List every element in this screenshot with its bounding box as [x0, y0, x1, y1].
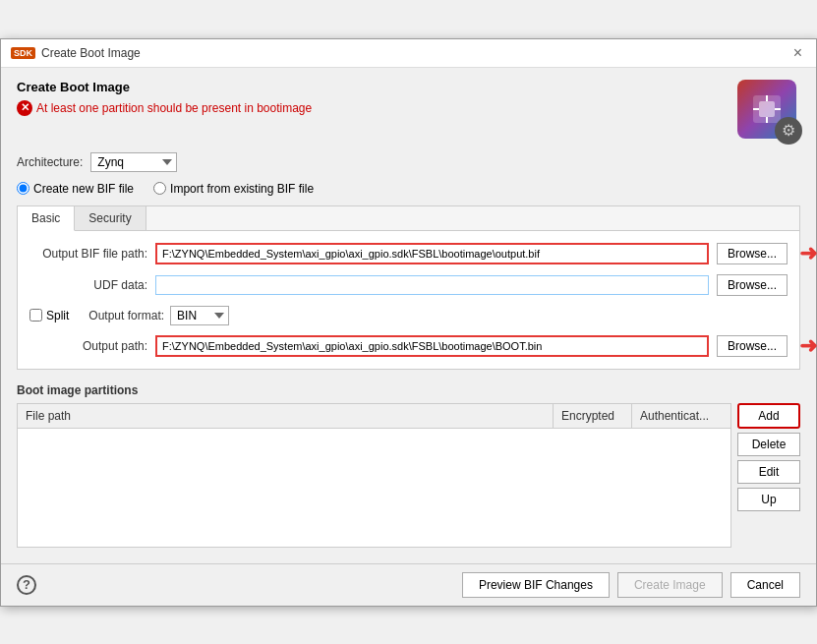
create-boot-image-dialog: SDK Create Boot Image × Create Boot Imag… — [0, 38, 817, 607]
arch-row: Architecture: Zynq ZynqMP MicroBlaze — [17, 152, 800, 172]
tab-security[interactable]: Security — [75, 206, 146, 230]
bif-options-row: Create new BIF file Import from existing… — [17, 182, 800, 196]
split-checkbox[interactable] — [29, 309, 42, 322]
bottom-left: ? — [17, 575, 36, 595]
output-format-group: Output format: BIN MCS HEX — [88, 306, 229, 325]
output-bif-label: Output BIF file path: — [29, 247, 147, 261]
up-partition-button[interactable]: Up — [737, 488, 800, 511]
preview-bif-button[interactable]: Preview BIF Changes — [462, 572, 610, 598]
output-format-label: Output format: — [88, 309, 164, 322]
col-filepath: File path — [18, 404, 554, 428]
bottom-buttons: Preview BIF Changes Create Image Cancel — [462, 572, 800, 598]
output-format-select[interactable]: BIN MCS HEX — [170, 306, 229, 325]
tabs-container: Basic Security Output BIF file path: Bro… — [17, 205, 800, 370]
output-path-row: Output path: Browse... ➜ — [29, 335, 788, 357]
edit-partition-button[interactable]: Edit — [737, 460, 800, 484]
output-path-arrow: ➜ — [799, 333, 817, 359]
import-bif-label: Import from existing BIF file — [170, 182, 314, 196]
tab-basic-content: Output BIF file path: Browse... ➜ UDF da… — [18, 231, 799, 369]
create-new-bif-label: Create new BIF file — [33, 182, 134, 196]
error-icon: ✕ — [17, 100, 32, 116]
output-bif-browse-button[interactable]: Browse... — [717, 243, 788, 264]
split-format-row: Split Output format: BIN MCS HEX — [29, 306, 788, 325]
import-bif-input[interactable] — [153, 182, 166, 195]
header-left: Create Boot Image ✕ At least one partiti… — [17, 80, 312, 116]
arch-label: Architecture: — [17, 155, 83, 169]
sdk-badge: SDK — [11, 47, 35, 59]
svg-rect-1 — [759, 101, 775, 117]
arch-select[interactable]: Zynq ZynqMP MicroBlaze — [90, 152, 177, 172]
output-path-browse-button[interactable]: Browse... — [717, 335, 788, 357]
cancel-button[interactable]: Cancel — [730, 572, 800, 598]
add-partition-button[interactable]: Add — [737, 403, 800, 429]
create-new-bif-input[interactable] — [17, 182, 29, 195]
error-row: ✕ At least one partition should be prese… — [17, 100, 312, 116]
create-new-bif-radio[interactable]: Create new BIF file — [17, 182, 134, 196]
title-bar-left: SDK Create Boot Image — [11, 46, 141, 60]
col-encrypted: Encrypted — [554, 404, 632, 428]
header-row: Create Boot Image ✕ At least one partiti… — [17, 80, 800, 143]
create-image-button[interactable]: Create Image — [617, 572, 723, 598]
col-authenticate: Authenticat... — [632, 404, 730, 428]
tab-basic[interactable]: Basic — [18, 206, 75, 231]
dialog-title: Create Boot Image — [17, 80, 312, 94]
output-bif-row: Output BIF file path: Browse... ➜ — [29, 243, 788, 264]
partitions-section: Boot image partitions File path Encrypte… — [17, 383, 800, 548]
delete-partition-button[interactable]: Delete — [737, 433, 800, 456]
table-body — [18, 429, 730, 547]
dialog-content: Create Boot Image ✕ At least one partiti… — [1, 68, 816, 559]
output-path-label: Output path: — [29, 339, 147, 353]
split-label: Split — [46, 309, 69, 322]
udf-data-input[interactable] — [155, 275, 709, 295]
app-icon: ⚙ — [737, 80, 800, 143]
partitions-title: Boot image partitions — [17, 383, 800, 397]
output-bif-input[interactable] — [155, 243, 709, 264]
split-checkbox-label[interactable]: Split — [29, 309, 69, 322]
error-message: At least one partition should be present… — [36, 101, 312, 115]
help-button[interactable]: ? — [17, 575, 36, 595]
import-bif-radio[interactable]: Import from existing BIF file — [153, 182, 314, 196]
partition-buttons: Add Delete Edit Up — [737, 403, 800, 548]
partitions-table: File path Encrypted Authenticat... — [17, 403, 731, 548]
udf-data-browse-button[interactable]: Browse... — [717, 274, 788, 296]
udf-data-row: UDF data: Browse... — [29, 274, 788, 296]
tabs-header: Basic Security — [18, 206, 799, 231]
close-button[interactable]: × — [789, 45, 806, 61]
table-header: File path Encrypted Authenticat... — [18, 404, 730, 429]
output-path-input[interactable] — [155, 335, 709, 357]
title-bar-title: Create Boot Image — [41, 46, 141, 60]
gear-icon: ⚙ — [775, 117, 802, 145]
partitions-body: File path Encrypted Authenticat... Add D… — [17, 403, 800, 548]
bottom-bar: ? Preview BIF Changes Create Image Cance… — [1, 563, 816, 606]
output-bif-arrow: ➜ — [799, 241, 817, 266]
udf-data-label: UDF data: — [29, 278, 147, 292]
title-bar: SDK Create Boot Image × — [1, 39, 816, 68]
